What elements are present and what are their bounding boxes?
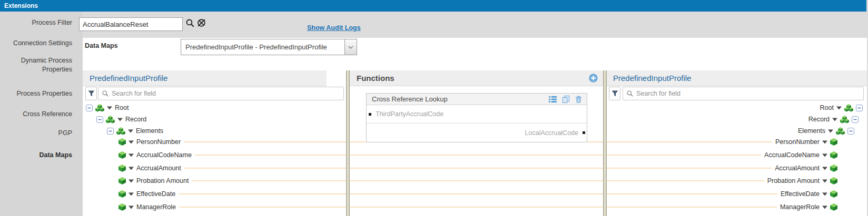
green-cube-icon — [830, 138, 837, 146]
minus-box-icon[interactable] — [852, 116, 859, 123]
caret-down-icon[interactable] — [832, 118, 837, 121]
source-field-label[interactable]: EffectiveDate — [136, 190, 175, 198]
caret-down-icon[interactable] — [117, 118, 123, 121]
panel-divider — [346, 70, 350, 216]
source-field-label[interactable]: PersonNumber — [136, 138, 181, 146]
source-filter-button[interactable] — [85, 87, 97, 100]
tree-row-field: AccrualCodeName AccrualCodeName — [83, 149, 866, 161]
target-node-label[interactable]: Elements — [798, 127, 825, 135]
source-field-label[interactable]: AccrualAmount — [136, 164, 181, 172]
target-field-label[interactable]: ManagerRole — [780, 203, 820, 211]
mapping-connector-line — [179, 207, 777, 208]
show-audit-logs-link[interactable]: Show Audit Logs — [307, 24, 361, 32]
source-node-label[interactable]: Root — [115, 104, 129, 111]
tree-row-field: EffectiveDate EffectiveDate — [83, 188, 866, 200]
data-maps-content: Data Maps PredefinedInputProfile - Prede… — [83, 38, 867, 216]
caret-down-icon[interactable] — [822, 167, 827, 170]
list-icon[interactable] — [549, 96, 557, 102]
sidebar-nav: Process Filter Connection Settings Dynam… — [0, 12, 83, 216]
mapping-canvas: PredefinedInputProfile Functions Predefi… — [83, 70, 867, 216]
source-node-label[interactable]: Record — [125, 116, 146, 123]
green-cube-icon — [119, 151, 126, 159]
caret-down-icon[interactable] — [822, 192, 827, 196]
source-panel-title: PredefinedInputProfile — [83, 74, 167, 83]
caret-down-icon[interactable] — [828, 129, 833, 133]
target-node-label[interactable]: Record — [808, 116, 830, 123]
function-input-label: ThirdPartyAccrualCode — [376, 110, 443, 118]
minus-box-icon[interactable] — [856, 105, 863, 111]
mapping-connector-line — [195, 155, 761, 156]
caret-down-icon[interactable] — [129, 140, 134, 144]
target-field-label[interactable]: PersonNumber — [775, 138, 820, 146]
green-cube-icon — [830, 203, 837, 211]
sidebar-item-process-properties[interactable]: Process Properties — [16, 90, 72, 97]
caret-down-icon[interactable] — [822, 205, 827, 209]
data-map-select[interactable]: PredefinedInputProfile - PredefinedInput… — [181, 39, 357, 55]
data-map-selected-value: PredefinedInputProfile - PredefinedInput… — [181, 43, 344, 51]
magnifier-icon — [627, 90, 633, 97]
extensions-screen: Extensions Process Filter Connection Set… — [0, 0, 868, 216]
function-input-row[interactable]: ThirdPartyAccrualCode — [367, 105, 587, 124]
source-search-box — [98, 87, 344, 100]
minus-box-icon[interactable] — [847, 128, 854, 135]
caret-down-icon[interactable] — [836, 106, 842, 110]
process-filter-input[interactable] — [79, 17, 183, 31]
sidebar-item-dynamic-process-properties[interactable]: Dynamic Process Properties — [14, 56, 72, 74]
target-field-label[interactable]: Probation Amount — [767, 177, 820, 184]
caret-down-icon[interactable] — [107, 106, 112, 110]
source-field-label[interactable]: AccrualCodeName — [136, 151, 192, 159]
caret-down-icon[interactable] — [129, 205, 134, 209]
green-cube-icon — [119, 164, 126, 172]
source-search-input[interactable] — [112, 90, 343, 97]
target-search-input[interactable] — [636, 90, 863, 97]
minus-box-icon[interactable] — [96, 116, 103, 123]
funnel-icon — [88, 90, 95, 97]
function-box-header: Cross Reference Lookup — [367, 94, 587, 105]
target-search-box — [623, 87, 864, 100]
caret-down-icon[interactable] — [128, 129, 133, 133]
target-field-label[interactable]: AccrualAmount — [775, 164, 820, 172]
caret-down-icon[interactable] — [822, 153, 827, 157]
target-node-label[interactable]: Root — [820, 104, 834, 111]
tree-row-field: AccrualAmount AccrualAmount — [83, 162, 866, 174]
search-icon[interactable] — [186, 19, 194, 27]
target-field-label[interactable]: EffectiveDate — [781, 190, 820, 198]
target-filter-button[interactable] — [609, 87, 620, 100]
minus-box-icon[interactable] — [86, 105, 93, 111]
caret-down-icon[interactable] — [822, 140, 827, 144]
function-output-row[interactable]: LocalAccrualCode — [367, 124, 587, 142]
green-cubes-icon — [840, 116, 849, 124]
tree-row-field: ManagerRole ManagerRole — [83, 201, 866, 213]
caret-down-icon[interactable] — [129, 167, 134, 170]
function-output-label: LocalAccrualCode — [525, 129, 578, 137]
target-field-label[interactable]: AccrualCodeName — [764, 151, 820, 159]
minus-box-icon[interactable] — [107, 128, 114, 135]
green-cubes-icon — [836, 127, 845, 135]
caret-down-icon[interactable] — [822, 179, 827, 183]
caret-down-icon[interactable] — [129, 153, 134, 157]
mapping-connector-line — [184, 168, 772, 169]
data-maps-section-label: Data Maps — [85, 42, 118, 49]
caret-down-icon[interactable] — [129, 179, 134, 183]
sidebar-item-data-maps[interactable]: Data Maps — [39, 151, 72, 159]
sidebar-item-cross-reference[interactable]: Cross Reference — [23, 110, 72, 118]
source-node-label[interactable]: Elements — [136, 127, 163, 135]
clear-search-icon[interactable] — [197, 18, 206, 27]
select-dropdown-button[interactable] — [344, 39, 357, 55]
green-cube-icon — [119, 190, 126, 198]
copy-icon[interactable] — [563, 96, 569, 103]
output-port — [583, 131, 585, 134]
sidebar-item-pgp[interactable]: PGP — [58, 129, 72, 137]
green-cube-icon — [830, 177, 837, 184]
green-cube-icon — [830, 190, 837, 198]
sidebar-item-connection-settings[interactable]: Connection Settings — [13, 39, 72, 47]
sidebar-item-process-filter[interactable]: Process Filter — [32, 19, 72, 26]
green-cube-icon — [119, 138, 126, 146]
cross-reference-lookup-box[interactable]: Cross Reference Lookup ThirdPartyAccrual… — [366, 93, 587, 142]
add-function-icon[interactable] — [589, 74, 598, 83]
source-field-label[interactable]: ManagerRole — [136, 203, 176, 211]
source-field-label[interactable]: Probation Amount — [136, 177, 189, 184]
green-cubes-icon — [106, 116, 115, 124]
caret-down-icon[interactable] — [129, 192, 134, 196]
trash-icon[interactable] — [575, 96, 582, 103]
